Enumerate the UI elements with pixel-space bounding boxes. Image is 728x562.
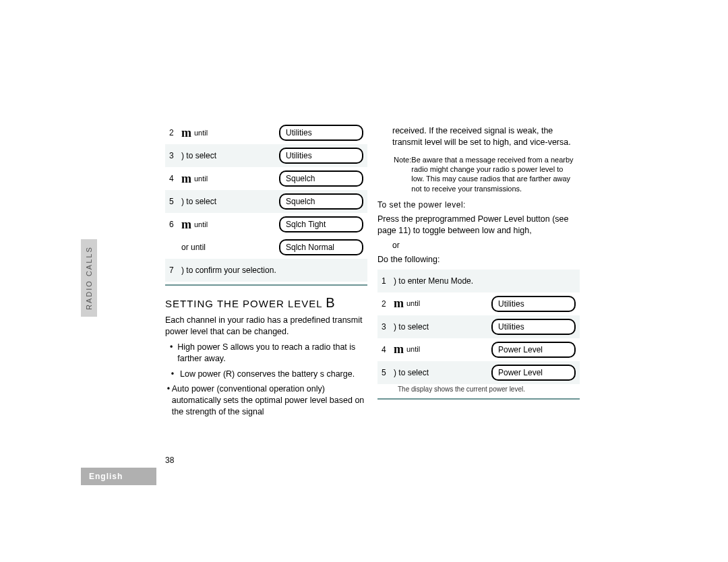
page-number: 38 bbox=[165, 456, 174, 465]
step-row: 5 ) to select Squelch bbox=[165, 190, 367, 213]
step-row: 6 muntil Sqlch Tight bbox=[165, 213, 367, 236]
divider bbox=[377, 398, 580, 400]
display-box: Utilities bbox=[279, 125, 363, 141]
step-num: 2 bbox=[169, 128, 181, 137]
manual-page: RADIO CALLS English 38 2 muntil Utilitie… bbox=[81, 121, 580, 485]
step-row: 5 ) to select Power Level bbox=[377, 361, 580, 384]
step-note: The display shows the current power leve… bbox=[377, 384, 580, 396]
section-tab: RADIO CALLS bbox=[81, 239, 97, 317]
step-row: 3 ) to select Utilities bbox=[377, 315, 580, 338]
bullet: •Low power (R) conserves the battery s c… bbox=[165, 369, 367, 380]
step-row: or until Sqlch Normal bbox=[165, 236, 367, 259]
step-text: muntil bbox=[181, 126, 279, 140]
left-column: 2 muntil Utilities 3 ) to select Utiliti… bbox=[165, 121, 367, 422]
step-row: 4 muntil Power Level bbox=[377, 338, 580, 361]
section-heading: SETTING THE POWER LEVEL B bbox=[165, 295, 367, 311]
paragraph: Press the preprogrammed Power Level butt… bbox=[377, 214, 580, 237]
paragraph: received. If the received signal is weak… bbox=[377, 125, 580, 148]
step-row: 7 ) to confirm your selection. bbox=[165, 259, 367, 282]
menu-icon: m bbox=[181, 126, 191, 139]
divider bbox=[165, 284, 367, 286]
bullet: •Auto power (conventional operation only… bbox=[165, 383, 367, 418]
step-row: 2 muntil Utilities bbox=[165, 121, 367, 144]
paragraph: Each channel in your radio has a predefi… bbox=[165, 315, 367, 338]
right-column: received. If the received signal is weak… bbox=[377, 121, 580, 409]
step-row: 3 ) to select Utilities bbox=[165, 144, 367, 167]
step-row: 1 ) to enter Menu Mode. bbox=[377, 270, 580, 292]
language-tab: English bbox=[81, 468, 156, 485]
note: Note: Be aware that a message received f… bbox=[394, 155, 574, 193]
bullet: •High power S allows you to reach a radi… bbox=[165, 342, 367, 365]
step-row: 4 muntil Squelch bbox=[165, 167, 367, 190]
subheading: To set the power level: bbox=[377, 200, 580, 210]
or-label: or bbox=[392, 241, 580, 250]
paragraph: Do the following: bbox=[377, 254, 580, 266]
step-row: 2 muntil Utilities bbox=[377, 292, 580, 315]
